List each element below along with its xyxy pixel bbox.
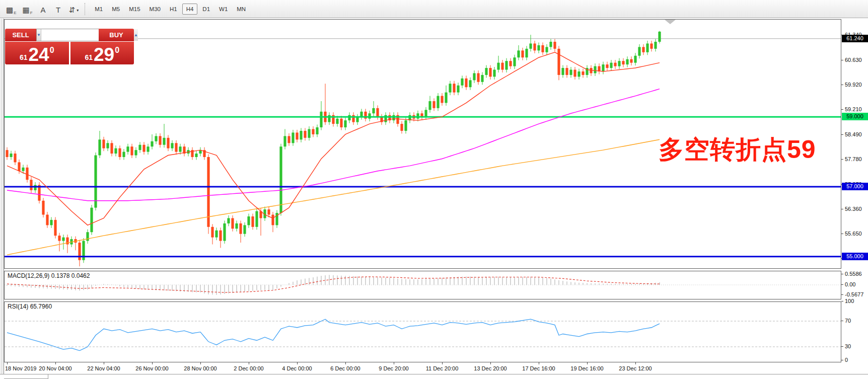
chart-annotation-text: 多空转折点59 (659, 133, 816, 167)
chart-shift-marker-icon[interactable] (665, 20, 676, 24)
bid-prefix: 61 (20, 53, 28, 61)
date-tick (587, 362, 588, 364)
toolbar-separator (85, 3, 87, 15)
date-tick (55, 362, 56, 364)
price-axis-label: 59.920 (845, 81, 862, 88)
candlestick-series (6, 31, 661, 266)
timeframe-button-d1[interactable]: D1 (198, 4, 214, 15)
price-axis[interactable]: 61.34060.63059.92059.21058.49057.78057.0… (841, 19, 868, 362)
macd-label: MACD(12,26,9) 0.1378 0.0462 (8, 272, 90, 279)
volume-decrease-button[interactable]: ▼ (37, 29, 41, 41)
price-axis-label: 55.650 (845, 230, 862, 237)
timeframe-button-m1[interactable]: M1 (91, 4, 107, 15)
date-label: 9 Dec 20:00 (371, 365, 416, 371)
date-label: 17 Dec 16:00 (516, 365, 561, 371)
bid-big-digits: 24 (29, 46, 49, 63)
window-left-edge (0, 19, 4, 379)
date-tick (442, 362, 443, 364)
rsi-chart (5, 302, 841, 362)
date-label: 26 Nov 00:00 (129, 365, 175, 371)
macd-axis-label: -0.5677 (845, 291, 863, 298)
date-tick (200, 362, 201, 364)
price-axis-tick (841, 234, 843, 234)
date-tick (539, 362, 539, 364)
sell-button[interactable]: SELL (5, 29, 36, 41)
price-axis-label: 56.360 (845, 205, 862, 212)
rsi-axis-tick (841, 360, 843, 360)
macd-indicator-pane[interactable]: MACD(12,26,9) 0.1378 0.0462 (4, 271, 841, 299)
main-toolbar: ▩E▦FAT⇵▾ M1M5M15M30H1H4D1W1MN (0, 0, 868, 18)
price-badge-61.240: 61.240 (842, 35, 868, 42)
timeframe-button-mn[interactable]: MN (233, 4, 250, 15)
rsi-axis-tick (841, 301, 843, 301)
date-label: 22 Nov 04:00 (81, 365, 126, 371)
rsi-line (7, 319, 660, 350)
macd-axis-label: 0.00 (845, 281, 855, 288)
date-tick (249, 362, 249, 364)
macd-histogram (7, 275, 660, 295)
ma-fast-line (7, 52, 660, 225)
grid-icon[interactable]: ▦F (21, 3, 35, 16)
rsi-axis-label: 70 (845, 317, 851, 324)
date-label: 20 Nov 04:00 (33, 365, 78, 371)
rsi-axis-label: 30 (845, 343, 851, 350)
price-axis-label: 57.780 (845, 156, 862, 163)
date-tick (152, 362, 153, 364)
volume-stepper: ▼ ▲ (36, 29, 99, 41)
text-box-icon[interactable]: T (52, 3, 65, 16)
price-axis-tick (841, 60, 843, 60)
date-label: 28 Nov 00:00 (178, 365, 223, 371)
date-label: 11 Dec 20:00 (419, 365, 465, 371)
timeframe-button-m30[interactable]: M30 (146, 4, 165, 15)
timeframe-button-h1[interactable]: H1 (166, 4, 181, 15)
rsi-indicator-pane[interactable]: RSI(14) 65.7960 (4, 301, 841, 362)
date-tick (297, 362, 298, 364)
ask-quote-button[interactable]: 61290 (70, 42, 134, 64)
price-badge-57.000: 57.000 (842, 183, 868, 190)
price-axis-label: 60.630 (845, 56, 862, 63)
price-badge-59.000: 59.000 (842, 113, 868, 120)
rsi-axis-label: 100 (845, 297, 854, 305)
date-tick (394, 362, 394, 364)
ask-superscript: 0 (115, 46, 119, 55)
timeframe-button-m15[interactable]: M15 (125, 4, 144, 15)
price-axis-tick (841, 159, 843, 160)
text-label-icon[interactable]: A (37, 3, 50, 16)
rsi-axis-tick (841, 346, 843, 347)
price-axis-label: 59.210 (845, 106, 862, 113)
timeframe-button-w1[interactable]: W1 (215, 4, 232, 15)
date-axis[interactable]: 18 Nov 201920 Nov 04:0022 Nov 04:0026 No… (4, 362, 841, 374)
ask-prefix: 61 (85, 53, 93, 61)
date-tick (7, 362, 8, 364)
ma-slow-line (7, 139, 660, 255)
rsi-label: RSI(14) 65.7960 (8, 303, 52, 310)
ask-big-digits: 29 (94, 46, 114, 63)
timeframe-button-h4[interactable]: H4 (182, 4, 198, 15)
date-tick (490, 362, 491, 364)
rsi-axis-tick (841, 321, 843, 321)
price-axis-tick (841, 209, 843, 209)
date-tick (635, 362, 636, 364)
bottom-strip (0, 374, 868, 379)
date-label: 6 Dec 00:00 (323, 365, 368, 371)
price-axis-tick (841, 109, 843, 110)
date-label: 4 Dec 00:00 (274, 365, 320, 371)
rsi-axis-label: 0 (845, 356, 848, 363)
date-label: 19 Dec 16:00 (564, 365, 610, 371)
timeframe-button-m5[interactable]: M5 (108, 4, 124, 15)
date-label: 23 Dec 12:00 (613, 365, 658, 371)
price-axis-tick (841, 85, 843, 85)
sort-arrows-icon[interactable]: ⇵▾ (67, 3, 81, 16)
macd-axis-tick (841, 284, 843, 285)
bid-quote-button[interactable]: 61240 (5, 42, 69, 64)
macd-axis-tick (841, 274, 843, 274)
candlestick-chart-icon[interactable]: ▩E (4, 3, 19, 16)
macd-chart (5, 271, 841, 299)
bid-superscript: 0 (50, 46, 54, 55)
buy-button[interactable]: BUY (99, 29, 134, 41)
price-badge-55.000: 55.000 (842, 253, 868, 260)
chart-tab-stub (4, 374, 48, 379)
volume-increase-button[interactable]: ▲ (133, 29, 138, 41)
macd-axis-label: 0.5586 (845, 270, 862, 277)
date-tick (104, 362, 104, 364)
